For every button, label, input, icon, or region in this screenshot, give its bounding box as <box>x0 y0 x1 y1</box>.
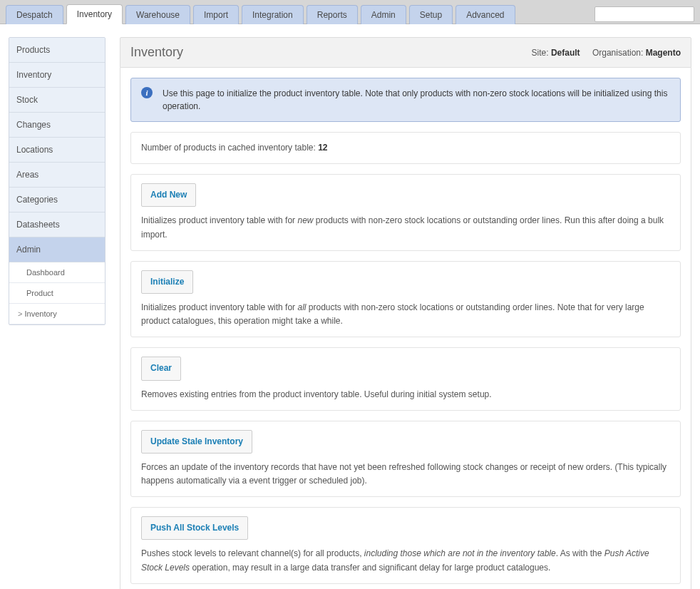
tab-advanced[interactable]: Advanced <box>455 5 515 24</box>
count-value: 12 <box>318 143 327 153</box>
sidebar-item-categories[interactable]: Categories <box>9 188 105 212</box>
main-content: Inventory Site: Default Organisation: Ma… <box>120 37 691 589</box>
tab-import[interactable]: Import <box>193 5 239 24</box>
search-box[interactable] <box>595 6 694 22</box>
sidebar-item-inventory[interactable]: Inventory <box>9 63 105 88</box>
content-area: i Use this page to initialize the produc… <box>120 68 691 589</box>
count-panel: Number of products in cached inventory t… <box>130 132 681 164</box>
search-input[interactable] <box>598 9 700 19</box>
action-panel-0: Add NewInitializes product inventory tab… <box>130 174 681 251</box>
org-value: Magento <box>646 48 681 58</box>
count-label: Number of products in cached inventory t… <box>141 143 318 153</box>
action-panel-4: Push All Stock LevelsPushes stock levels… <box>130 507 681 584</box>
site-label: Site: <box>532 48 549 58</box>
info-text: Use this page to initialize the product … <box>163 88 667 111</box>
action-panel-3: Update Stale InventoryForces an update o… <box>130 421 681 498</box>
info-icon: i <box>141 87 153 98</box>
tab-inventory[interactable]: Inventory <box>66 4 123 24</box>
tab-reports[interactable]: Reports <box>307 5 358 24</box>
tab-integration[interactable]: Integration <box>242 5 304 24</box>
sidebar-item-products[interactable]: Products <box>9 38 105 63</box>
site-value: Default <box>551 48 580 58</box>
panel-description: Pushes stock levels to relevant channel(… <box>141 547 670 574</box>
sidebar-item-locations[interactable]: Locations <box>9 138 105 163</box>
tab-despatch[interactable]: Despatch <box>6 5 63 24</box>
top-tab-bar: DespatchInventoryWarehouseImportIntegrat… <box>0 0 700 24</box>
panel-description: Forces an update of the inventory record… <box>141 461 670 488</box>
sidebar-item-changes[interactable]: Changes <box>9 113 105 138</box>
sidebar-item-datasheets[interactable]: Datasheets <box>9 212 105 237</box>
page-meta: Site: Default Organisation: Magento <box>532 48 681 58</box>
org-label: Organisation: <box>592 48 643 58</box>
sidebar-subitem-inventory[interactable]: Inventory <box>9 304 105 324</box>
page-header: Inventory Site: Default Organisation: Ma… <box>120 37 691 68</box>
update-stale-inventory-button[interactable]: Update Stale Inventory <box>141 430 252 454</box>
tab-warehouse[interactable]: Warehouse <box>125 5 190 24</box>
sidebar: ProductsInventoryStockChangesLocationsAr… <box>9 37 105 325</box>
push-all-stock-levels-button[interactable]: Push All Stock Levels <box>141 516 248 540</box>
action-panel-2: ClearRemoves existing entries from the p… <box>130 347 681 410</box>
add-new-button[interactable]: Add New <box>141 183 196 207</box>
panel-description: Initializes product inventory table with… <box>141 214 670 241</box>
page-title: Inventory <box>130 45 183 60</box>
info-banner: i Use this page to initialize the produc… <box>130 78 681 122</box>
tab-admin[interactable]: Admin <box>361 5 406 24</box>
panel-description: Removes existing entries from the produc… <box>141 388 670 401</box>
tab-setup[interactable]: Setup <box>409 5 453 24</box>
panel-description: Initializes product inventory table with… <box>141 301 670 328</box>
action-panel-1: InitializeInitializes product inventory … <box>130 261 681 338</box>
sidebar-subitem-product[interactable]: Product <box>9 283 105 304</box>
sidebar-item-stock[interactable]: Stock <box>9 88 105 113</box>
sidebar-item-admin[interactable]: Admin <box>9 237 105 262</box>
sidebar-subitem-dashboard[interactable]: Dashboard <box>9 262 105 283</box>
initialize-button[interactable]: Initialize <box>141 270 193 294</box>
sidebar-item-areas[interactable]: Areas <box>9 163 105 188</box>
clear-button[interactable]: Clear <box>141 357 181 380</box>
